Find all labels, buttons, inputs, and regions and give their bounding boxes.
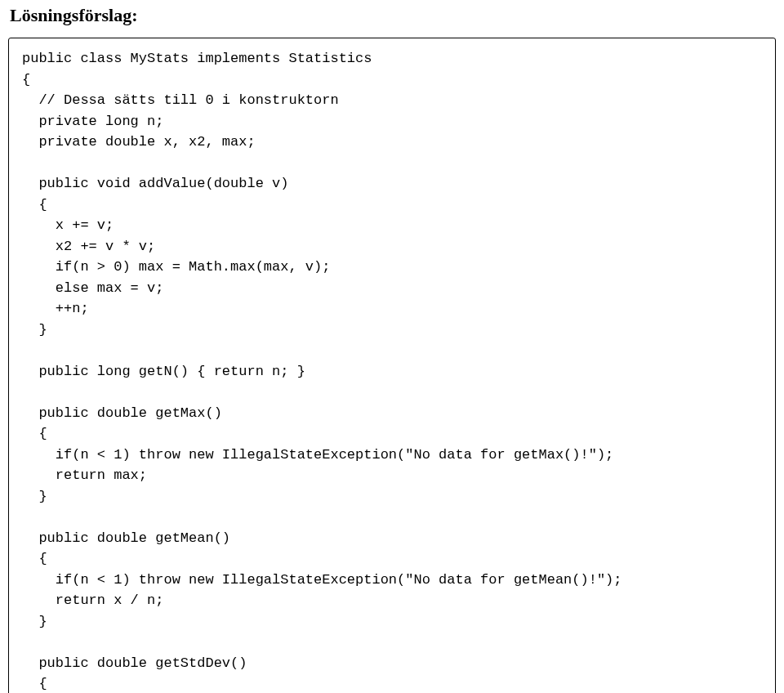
code-block: public class MyStats implements Statisti… — [8, 38, 776, 693]
section-heading: Lösningsförslag: — [10, 5, 776, 26]
page: Lösningsförslag: public class MyStats im… — [0, 0, 784, 693]
